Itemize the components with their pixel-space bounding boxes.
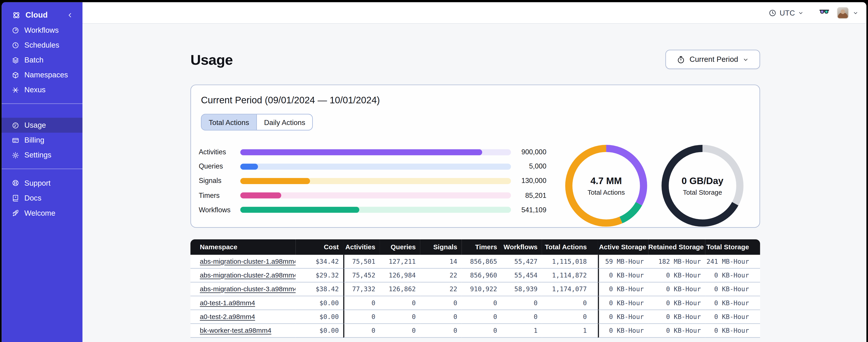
namespace-link[interactable]: a0-test-2.a98mm4 [200, 313, 255, 320]
tab-daily-actions[interactable]: Daily Actions [256, 114, 312, 130]
bar-category-label: Queries [199, 163, 240, 170]
cell-retained-storage: 0 KB-Hour [648, 324, 705, 338]
column-header-total-actions: Total Actions [542, 239, 598, 255]
avatar[interactable] [837, 7, 848, 19]
sidebar-item-label: Billing [24, 136, 44, 144]
sidebar-item-namespaces[interactable]: Namespaces [2, 67, 83, 82]
chevron-left-icon [66, 11, 74, 19]
namespace-cell: abs-migration-cluster-3.a98mm4 [190, 282, 296, 296]
namespace-cell: a0-test-2.a98mm4 [190, 310, 296, 324]
table-row: abs-migration-cluster-3.a98mm4$38.4277,3… [190, 282, 760, 296]
namespace-link[interactable]: abs-migration-cluster-1.a98mm4 [200, 258, 296, 265]
app-window: Cloud WorkflowsSchedulesBatchNamespacesN… [2, 2, 866, 342]
bar-category-label: Timers [199, 192, 240, 199]
sidebar-item-batch[interactable]: Batch [2, 53, 83, 67]
bar-value: 541,109 [511, 206, 547, 214]
cell-total-storage: 0 KB-Hour [705, 282, 760, 296]
bar-row: Timers85,201 [191, 188, 554, 203]
bar-fill [240, 178, 310, 184]
namespace-link[interactable]: abs-migration-cluster-3.a98mm4 [200, 285, 296, 293]
bar-fill [240, 164, 258, 170]
topbar: UTC [83, 2, 866, 24]
cell-retained-storage: 0 KB-Hour [648, 310, 705, 324]
cell-retained-storage: 0 KB-Hour [648, 282, 705, 296]
cell-total-storage: 0 KB-Hour [705, 310, 760, 324]
donut-value: 0 GB/Day [682, 175, 723, 186]
main-area: UTC Usage Current Period Current Period … [83, 2, 866, 342]
chevron-down-icon[interactable] [852, 10, 859, 16]
cell-signals: 0 [420, 310, 462, 324]
bar-row: Activities900,000 [191, 145, 554, 159]
card-title: Current Period (09/01/2024 — 10/01/2024) [201, 95, 380, 106]
total-storage-donut: 0 GB/DayTotal Storage [660, 144, 744, 228]
column-header-timers: Timers [462, 239, 501, 255]
namespace-link[interactable]: bk-worker-test.a98mm4 [200, 327, 271, 334]
sidebar-item-label: Settings [24, 151, 52, 159]
sidebar-item-label: Namespaces [24, 71, 68, 79]
cell-retained-storage: 0 KB-Hour [648, 296, 705, 310]
cell-cost: $38.42 [296, 282, 343, 296]
cell-timers: 0 [462, 310, 501, 324]
sidebar-item-label: Welcome [24, 209, 55, 217]
bar-value: 130,000 [511, 177, 547, 185]
sidebar: Cloud WorkflowsSchedulesBatchNamespacesN… [2, 2, 83, 342]
cell-total-actions: 1,174,077 [542, 282, 598, 296]
sidebar-item-label: Schedules [24, 41, 59, 49]
cell-active-storage: 0 KB-Hour [598, 269, 648, 282]
bar-category-label: Workflows [199, 206, 240, 214]
sidebar-item-docs[interactable]: Docs [2, 191, 83, 205]
cell-total-actions: 1,114,872 [542, 269, 598, 282]
cell-signals: 0 [420, 296, 462, 310]
chevron-down-icon [798, 10, 804, 16]
timezone-selector[interactable]: UTC [769, 8, 804, 17]
cell-active-storage: 0 KB-Hour [598, 282, 648, 296]
clock-icon [769, 8, 777, 17]
glasses-icon[interactable] [819, 7, 830, 18]
chevron-down-icon [743, 56, 749, 63]
chevron-down-icon [852, 10, 859, 16]
cell-signals: 22 [420, 269, 462, 282]
bar-category-label: Activities [199, 148, 240, 156]
namespace-cell: abs-migration-cluster-2.a98mm4 [190, 269, 296, 282]
support-icon [11, 179, 19, 187]
sidebar-item-billing[interactable]: Billing [2, 133, 83, 147]
period-selector-button[interactable]: Current Period [665, 50, 760, 69]
cell-active-storage: 0 KB-Hour [598, 324, 648, 338]
cell-total-storage: 0 KB-Hour [705, 324, 760, 338]
cell-workflows: 0 [501, 310, 542, 324]
sidebar-item-nexus[interactable]: Nexus [2, 82, 83, 97]
sidebar-item-usage[interactable]: Usage [2, 118, 83, 133]
usage-summary-card: Current Period (09/01/2024 — 10/01/2024)… [190, 84, 760, 228]
donut-value: 4.7 MM [591, 175, 622, 186]
sidebar-brand: Cloud [2, 9, 83, 21]
cell-signals: 22 [420, 282, 462, 296]
cell-cost: $0.00 [296, 324, 343, 338]
tab-total-actions[interactable]: Total Actions [202, 114, 256, 130]
cell-cost: $0.00 [296, 310, 343, 324]
cell-queries: 0 [380, 310, 420, 324]
cell-activities: 75,452 [343, 269, 380, 282]
column-header-total-storage: Total Storage [705, 239, 760, 255]
usage-bar-chart: Activities900,000Queries5,000Signals130,… [191, 145, 554, 217]
sidebar-item-support[interactable]: Support [2, 175, 83, 191]
welcome-icon [11, 209, 19, 216]
namespaces-icon [11, 71, 19, 79]
sidebar-item-workflows[interactable]: Workflows [2, 23, 83, 37]
schedules-icon [11, 41, 19, 49]
bar-fill [240, 207, 359, 213]
namespace-link[interactable]: abs-migration-cluster-2.a98mm4 [200, 271, 296, 279]
sidebar-item-settings[interactable]: Settings [2, 147, 83, 163]
cell-workflows: 58,939 [501, 282, 542, 296]
namespace-link[interactable]: a0-test-1.a98mm4 [200, 299, 255, 307]
bar-fill [240, 193, 281, 199]
nexus-icon [11, 86, 19, 94]
column-header-namespace: Namespace [190, 239, 296, 255]
content: Usage Current Period Current Period (09/… [83, 24, 866, 342]
sidebar-item-welcome[interactable]: Welcome [2, 205, 83, 220]
sidebar-nav-main: WorkflowsSchedulesBatchNamespacesNexus [2, 23, 83, 97]
sidebar-collapse-button[interactable] [66, 11, 74, 19]
table-header-row: NamespaceCostActivitiesQueriesSignalsTim… [190, 239, 760, 255]
sidebar-item-schedules[interactable]: Schedules [2, 38, 83, 53]
bar-track [240, 207, 511, 213]
column-header-activities: Activities [343, 239, 380, 255]
